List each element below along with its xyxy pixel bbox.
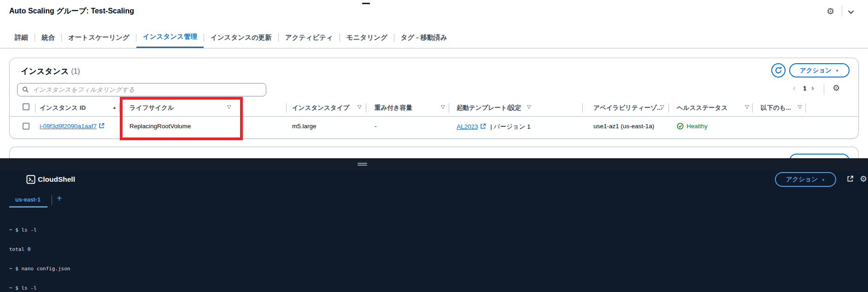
weighted-capacity-value: - [375, 123, 377, 130]
check-circle-icon [677, 123, 684, 130]
col-launch-template[interactable]: 起動テンプレート/設定 [457, 104, 521, 112]
aws-console-screen: Auto Scaling グループ: Test-Scaling ⚙ 詳細 統合 … [0, 0, 868, 292]
lifecycle-value: ReplacingRootVolume [129, 123, 191, 130]
col-health-status[interactable]: ヘルスステータス [677, 104, 727, 112]
pagination-prev-button[interactable]: ‹ [793, 83, 796, 93]
health-status-value: Healthy [677, 123, 708, 130]
terminal-line: total 0 [9, 246, 863, 253]
cloudshell-tab-bar: us-east-1 + [0, 193, 868, 208]
terminal-line: ~ $ ls -l [9, 285, 863, 292]
cloudshell-titlebar: CloudShell アクション ▼ ⚙ [0, 171, 868, 192]
tab-auto-scaling[interactable]: オートスケーリング [62, 27, 136, 48]
divider [119, 103, 119, 113]
divider [35, 103, 35, 113]
pagination-next-button[interactable]: › [811, 83, 814, 93]
terminal-output[interactable]: ~ $ ls -l total 0 ~ $ nano config.json ~… [9, 214, 863, 292]
actions-label: アクション [800, 66, 832, 75]
launch-template-version: | バージョン 1 [490, 123, 530, 130]
instances-title-text: インスタンス [21, 67, 69, 76]
instances-panel-title: インスタンス (1) [21, 66, 80, 77]
tab-instance-refresh[interactable]: インスタンスの更新 [204, 27, 278, 48]
health-status-text: Healthy [686, 123, 708, 130]
row-checkbox[interactable] [23, 123, 29, 130]
table-preferences-gear-icon[interactable]: ⚙ [833, 83, 840, 93]
page-settings-gear-icon[interactable]: ⚙ [827, 6, 834, 17]
cloudshell-actions-button[interactable]: アクション ▼ [775, 172, 836, 187]
tab-activity[interactable]: アクティビティ [279, 27, 340, 48]
launch-template-link[interactable]: AL2023 [457, 123, 478, 130]
caret-down-icon: ▼ [821, 178, 825, 182]
col-availability-zone[interactable]: アベイラビリティーゾ... [593, 104, 662, 112]
filter-icon[interactable]: ▽ [358, 104, 361, 110]
instances-table-header: インスタンス ID ▲ ライフサイクル ▽ インスタンスタイプ ▽ 重み付き容量… [10, 99, 858, 117]
col-lifecycle[interactable]: ライフサイクル [129, 104, 174, 112]
col-weighted-capacity[interactable]: 重み付き容量 [375, 104, 412, 112]
window-resize-dash[interactable] [362, 3, 370, 4]
divider [824, 83, 824, 95]
terminal-line: ~ $ nano config.json [9, 266, 863, 272]
pagination-page-1[interactable]: 1 [803, 85, 807, 92]
filter-icon[interactable]: ▽ [527, 104, 531, 110]
active-tab-underline [9, 206, 47, 208]
instances-count: (1) [71, 67, 80, 75]
open-in-new-tab-icon[interactable] [847, 175, 854, 182]
divider [286, 103, 287, 113]
page-title: Auto Scaling グループ: Test-Scaling [9, 6, 134, 16]
instance-filter-input[interactable] [33, 86, 261, 93]
instances-panel: インスタンス (1) アクション ▼ ‹ 1 › ⚙ [9, 58, 859, 139]
col-more[interactable]: 以下のも... [761, 104, 791, 112]
select-all-checkbox[interactable] [23, 103, 29, 110]
instance-table-row: i-09f3d9f2090a1aaf7 ReplacingRootVolume … [10, 117, 858, 137]
partial-lower-panel [9, 147, 859, 158]
instance-filter-box [17, 83, 266, 96]
filter-icon[interactable]: ▽ [745, 104, 749, 110]
cloudshell-settings-gear-icon[interactable]: ⚙ [860, 174, 867, 184]
terminal-line: ~ $ ls -l [9, 227, 863, 233]
divider [669, 103, 669, 113]
instance-id-link[interactable]: i-09f3d9f2090a1aaf7 [40, 123, 97, 130]
cloudshell-tab-us-east-1[interactable]: us-east-1 [15, 197, 41, 203]
external-link-icon[interactable] [99, 123, 105, 129]
actions-label: アクション [786, 175, 818, 184]
cloudshell-resize-bar[interactable] [0, 158, 868, 171]
filter-icon[interactable]: ▽ [660, 104, 664, 110]
filter-icon[interactable]: ▽ [441, 104, 445, 110]
col-instance-type[interactable]: インスタンスタイプ [292, 104, 349, 112]
tab-instance-management[interactable]: インスタンス管理 [136, 27, 204, 48]
cloudshell-panel: CloudShell アクション ▼ ⚙ us-east-1 + ~ $ ls … [0, 158, 868, 292]
availability-zone-value: use1-az1 (us-east-1a) [593, 123, 654, 130]
col-instance-id[interactable]: インスタンス ID [40, 104, 86, 112]
sort-asc-icon[interactable]: ▲ [112, 105, 117, 110]
cloudshell-terminal-icon [26, 175, 35, 184]
refresh-button[interactable] [771, 63, 786, 77]
filter-icon[interactable]: ▽ [798, 104, 802, 110]
divider [842, 6, 842, 17]
divider [52, 195, 52, 205]
cloudshell-title: CloudShell [38, 175, 75, 184]
search-icon [22, 86, 29, 93]
divider [752, 103, 753, 113]
asg-tab-bar: 詳細 統合 オートスケーリング インスタンス管理 インスタンスの更新 アクティビ… [0, 27, 868, 48]
instance-type-value: m5.large [292, 123, 317, 130]
caret-down-icon: ▼ [835, 69, 839, 73]
divider [805, 103, 806, 113]
tab-tags[interactable]: タグ - 移動済み [394, 27, 454, 48]
divider [449, 103, 449, 113]
chevron-down-icon[interactable] [847, 8, 855, 16]
drag-handle-icon[interactable] [358, 163, 367, 166]
external-link-icon[interactable] [480, 123, 486, 129]
tab-monitoring[interactable]: モニタリング [340, 27, 394, 48]
filter-icon[interactable]: ▽ [227, 104, 231, 110]
divider [582, 103, 583, 113]
tab-details[interactable]: 詳細 [8, 27, 35, 48]
instances-actions-button[interactable]: アクション ▼ [789, 63, 850, 77]
new-terminal-tab-button[interactable]: + [57, 193, 62, 204]
tab-integrations[interactable]: 統合 [35, 27, 61, 48]
divider [366, 103, 366, 113]
partial-actions-button[interactable] [789, 154, 850, 158]
